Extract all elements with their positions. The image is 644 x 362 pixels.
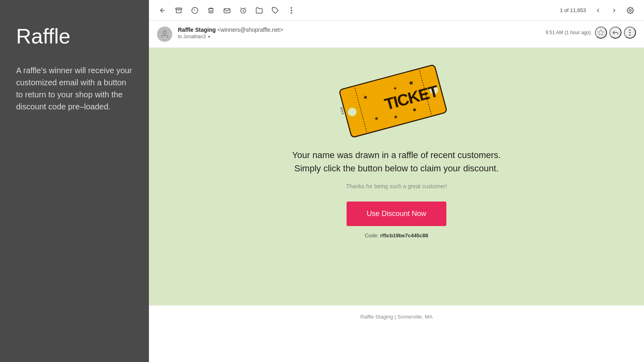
svg-point-10 — [630, 9, 632, 11]
sidebar-title: Raffle — [16, 24, 133, 48]
email-panel: 1 of 11,653 Raffle Staging <winners@shop… — [149, 0, 644, 362]
svg-point-15 — [629, 34, 631, 36]
svg-point-14 — [629, 32, 631, 33]
code-prefix: Code: — [365, 232, 379, 239]
read-button[interactable] — [220, 3, 234, 18]
ticket-image: ★ ★ ★ ★ ★ ★ ★ TICKET 4310 0134 — [340, 68, 453, 132]
email-time-section: 9:51 AM (1 hour ago) — [545, 27, 636, 39]
next-email-button[interactable] — [607, 3, 621, 18]
sender-email: <winners@shopraffle.net> — [217, 27, 283, 33]
svg-marker-12 — [598, 30, 604, 35]
email-timestamp: 9:51 AM (1 hour ago) — [545, 30, 591, 35]
back-button[interactable] — [155, 3, 170, 18]
report-button[interactable] — [188, 3, 202, 18]
email-actions — [595, 27, 636, 39]
archive-button[interactable] — [171, 3, 186, 18]
svg-point-13 — [629, 29, 631, 31]
label-button[interactable] — [268, 3, 283, 18]
email-content-area: ★ ★ ★ ★ ★ ★ ★ TICKET 4310 0134 Y — [149, 48, 644, 305]
email-metadata: Raffle Staging <winners@shopraffle.net> … — [178, 27, 545, 39]
svg-point-11 — [163, 31, 166, 34]
settings-button[interactable] — [623, 3, 638, 18]
sidebar-description: A raffle's winner will receive your cust… — [16, 64, 133, 113]
email-main-text: Your name was drawn in a raffle of recen… — [292, 148, 501, 175]
delete-button[interactable] — [204, 3, 218, 18]
code-value: rf5cb19be7c445c88 — [380, 232, 428, 239]
prev-email-button[interactable] — [591, 3, 605, 18]
more-button[interactable] — [284, 3, 299, 18]
move-button[interactable] — [252, 3, 266, 18]
sidebar: Raffle A raffle's winner will receive yo… — [0, 0, 149, 362]
email-more-button[interactable] — [624, 27, 636, 39]
footer-text: Raffle Staging | Somerville, MA — [360, 314, 432, 320]
svg-rect-0 — [176, 8, 182, 9]
snooze-button[interactable] — [236, 3, 250, 18]
email-to[interactable]: to Jonathan3 ▾ — [178, 34, 545, 39]
svg-point-7 — [291, 7, 292, 8]
discount-code-display: Code: rf5cb19be7c445c88 — [365, 232, 428, 239]
email-body: ★ ★ ★ ★ ★ ★ ★ TICKET 4310 0134 Y — [149, 48, 644, 362]
use-discount-button[interactable]: Use Discount Now — [347, 202, 446, 226]
email-header: Raffle Staging <winners@shopraffle.net> … — [149, 21, 644, 48]
star-button[interactable] — [595, 27, 607, 39]
email-footer: Raffle Staging | Somerville, MA — [149, 305, 644, 328]
email-count: 1 of 11,653 — [560, 7, 586, 13]
toolbar: 1 of 11,653 — [149, 0, 644, 21]
email-sub-text: Thanks for being such a great customer! — [346, 183, 447, 189]
sender-avatar — [157, 27, 172, 42]
reply-button[interactable] — [609, 27, 621, 39]
email-from: Raffle Staging <winners@shopraffle.net> — [178, 27, 545, 33]
sender-name: Raffle Staging — [178, 27, 216, 33]
svg-point-9 — [291, 12, 292, 14]
svg-point-8 — [291, 10, 292, 11]
